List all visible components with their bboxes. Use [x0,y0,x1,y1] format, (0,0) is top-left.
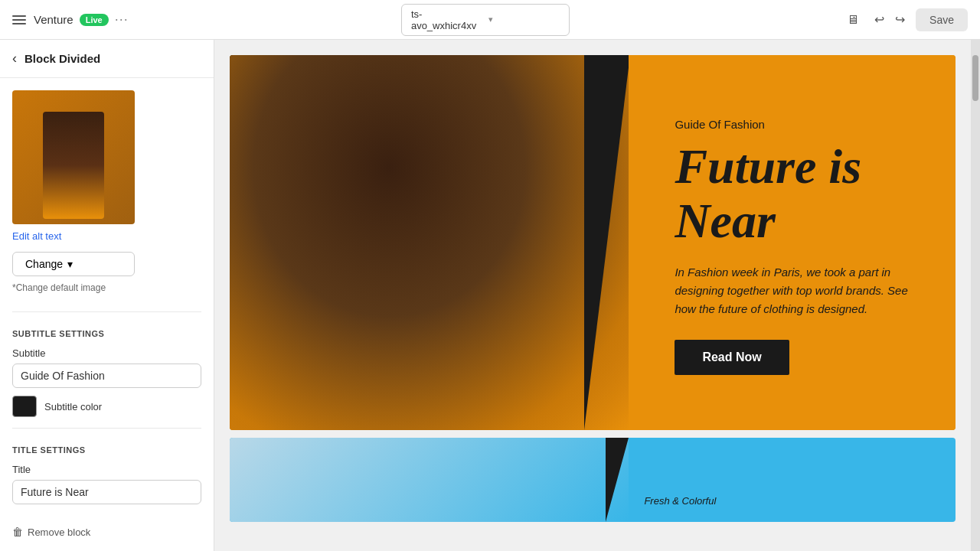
edit-alt-text-link[interactable]: Edit alt text [12,230,61,242]
title-settings-label: TITLE SETTINGS [12,445,201,455]
right-scrollbar[interactable] [971,40,980,551]
title-field-label: Title [12,464,201,475]
change-chevron-icon: ▾ [67,258,73,270]
redo-button[interactable]: ↪ [890,8,910,31]
trash-icon: 🗑 [12,526,23,538]
subtitle-input[interactable] [12,364,201,388]
more-menu-icon[interactable]: ··· [115,11,129,28]
topbar-right: 🖥 ↩ ↪ Save [842,8,968,31]
sidebar-title: Block Divided [24,52,100,65]
thumbnail-person [43,112,104,219]
canvas-area: Guide Of Fashion Future is Near In Fashi… [214,40,971,551]
subtitle-color-swatch[interactable] [12,396,37,417]
menu-icon[interactable] [12,12,28,28]
topbar-left: Venture Live ··· [12,11,129,28]
topbar-center: ts-avo_wxhicr4xv ▾ [138,4,833,36]
title-settings-section: TITLE SETTINGS Title [0,435,214,504]
divider-2 [12,428,201,429]
desktop-icon[interactable]: 🖥 [842,8,864,31]
image-thumbnail [12,90,135,224]
subtitle-settings-label: SUBTITLE SETTINGS [12,329,201,338]
hero-content-section: Guide Of Fashion Future is Near In Fashi… [629,55,956,430]
remove-block-button[interactable]: 🗑 Remove block [0,517,214,547]
subtitle-color-label: Subtitle color [44,401,102,412]
remove-block-section: 🗑 Remove block [0,517,214,547]
title-input[interactable] [12,480,201,504]
undo-button[interactable]: ↩ [870,8,889,31]
change-label: Change [25,258,63,270]
second-block: Fresh & Colorful [230,438,956,522]
hero-person-overlay [230,55,629,430]
sidebar: ‹ Block Divided Edit alt text Change ▾ *… [0,40,214,551]
undo-redo-group: ↩ ↪ [870,8,910,31]
hero-title-line2: Near [675,194,776,248]
scrollbar-thumb [972,55,978,101]
thumbnail-bg [12,90,135,224]
subtitle-settings-section: SUBTITLE SETTINGS Subtitle Subtitle colo… [0,318,214,417]
hero-subtitle: Guide Of Fashion [675,118,917,131]
hero-description: In Fashion week in Paris, we took a part… [675,263,917,318]
app-name: Venture [34,13,74,26]
subtitle-color-row: Subtitle color [12,396,201,417]
hero-image-section [230,55,629,430]
second-diagonal-slash [606,438,629,522]
image-preview-section: Edit alt text Change ▾ *Change default i… [0,78,214,305]
back-arrow-icon[interactable]: ‹ [12,51,17,67]
chevron-down-icon: ▾ [488,15,560,24]
second-block-image [230,438,629,522]
save-button[interactable]: Save [916,8,968,31]
second-block-content: Fresh & Colorful [629,438,956,522]
remove-block-label: Remove block [28,527,90,538]
hero-title-line1: Future is [675,139,861,194]
hero-block: Guide Of Fashion Future is Near In Fashi… [230,55,956,430]
fresh-label: Fresh & Colorful [644,495,716,507]
sidebar-header: ‹ Block Divided [0,40,214,78]
divider-1 [12,311,201,312]
subtitle-field-label: Subtitle [12,347,201,359]
change-default-label: *Change default image [12,282,201,293]
url-value: ts-avo_wxhicr4xv [411,8,482,31]
change-image-button[interactable]: Change ▾ [12,252,135,276]
topbar: Venture Live ··· ts-avo_wxhicr4xv ▾ 🖥 ↩ … [0,0,980,40]
hero-title: Future is Near [675,140,917,248]
url-selector[interactable]: ts-avo_wxhicr4xv ▾ [401,4,570,36]
hero-cta-button[interactable]: Read Now [675,340,789,375]
main-layout: ‹ Block Divided Edit alt text Change ▾ *… [0,40,980,551]
live-badge: Live [80,14,109,26]
hero-person-bg [230,55,629,430]
hero-diagonal-slash [584,55,629,430]
